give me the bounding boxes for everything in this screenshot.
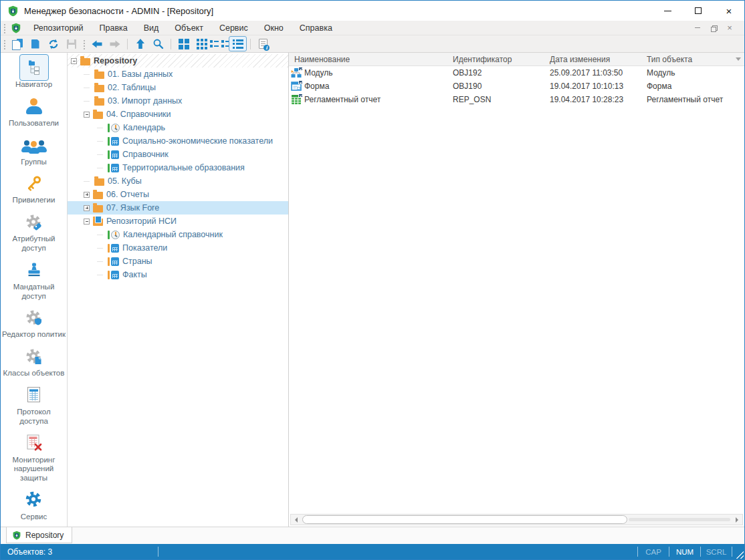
minimize-icon bbox=[664, 11, 671, 11]
mdi-restore-icon bbox=[711, 25, 716, 31]
tree-item-label: Социально-экономические показатели bbox=[122, 136, 273, 146]
column-header-modified-date[interactable]: Дата изменения bbox=[544, 55, 641, 64]
scroll-right-button[interactable] bbox=[732, 515, 742, 525]
folder-icon bbox=[93, 112, 103, 119]
tree-item[interactable]: 04. Справочники bbox=[68, 108, 288, 121]
sidebar-item-groups[interactable]: Группы bbox=[2, 134, 66, 167]
tree-item-label: Repository bbox=[94, 56, 137, 65]
up-level-button[interactable] bbox=[131, 36, 149, 51]
folder-icon bbox=[94, 178, 104, 186]
properties-button[interactable]: i bbox=[254, 36, 272, 51]
forward-button[interactable] bbox=[106, 36, 124, 51]
large-icons-view-button[interactable] bbox=[175, 36, 193, 51]
tree-item[interactable]: Справочник bbox=[68, 148, 288, 161]
mdi-app-shield-icon[interactable] bbox=[11, 23, 21, 33]
list-view-button[interactable] bbox=[211, 36, 229, 51]
save-icon bbox=[67, 39, 76, 49]
horizontal-scrollbar[interactable] bbox=[290, 514, 743, 525]
collapse-icon[interactable] bbox=[84, 112, 90, 118]
column-header-identifier[interactable]: Идентификатор bbox=[447, 55, 544, 64]
close-repository-button[interactable] bbox=[26, 36, 44, 51]
collapse-icon[interactable] bbox=[71, 58, 77, 64]
sidebar-item-attribute-access[interactable]: Атрибутный доступ bbox=[2, 211, 66, 253]
tree-item[interactable]: 02. Таблицы bbox=[68, 81, 288, 94]
scrollbar-track[interactable] bbox=[629, 518, 730, 521]
menu-object[interactable]: Объект bbox=[167, 21, 211, 35]
sidebar-item-object-classes[interactable]: Классы объектов bbox=[2, 345, 66, 378]
sidebar-item-access-log[interactable]: Протокол доступа bbox=[2, 384, 66, 426]
details-view-icon bbox=[233, 39, 243, 49]
tree-item[interactable]: 05. Кубы bbox=[68, 174, 288, 188]
menu-service[interactable]: Сервис bbox=[211, 21, 256, 35]
tree-item[interactable]: Территориальные образования bbox=[68, 161, 288, 174]
open-repository-button[interactable] bbox=[8, 36, 26, 51]
expand-icon[interactable] bbox=[84, 192, 90, 198]
close-icon: × bbox=[726, 6, 732, 16]
menu-repository[interactable]: Репозиторий bbox=[25, 21, 92, 35]
tree-item[interactable]: Календарь bbox=[68, 121, 288, 134]
resize-grip[interactable] bbox=[734, 549, 744, 559]
search-button[interactable] bbox=[149, 36, 167, 51]
mdi-close-button[interactable]: × bbox=[722, 22, 738, 34]
sidebar-item-service[interactable]: Сервис bbox=[2, 489, 66, 522]
sidebar-item-privileges[interactable]: Привилегии bbox=[2, 172, 66, 205]
tree-item[interactable]: 03. Импорт данных bbox=[68, 94, 288, 108]
scrollbar-thumb[interactable] bbox=[302, 515, 627, 524]
details-view-button[interactable] bbox=[229, 36, 247, 51]
navigator-icon bbox=[19, 54, 49, 81]
back-button[interactable] bbox=[88, 36, 106, 51]
tree-item[interactable]: 06. Отчеты bbox=[68, 188, 288, 201]
tree-item[interactable]: Показатели bbox=[68, 241, 288, 255]
table-row[interactable]: Форма OBJ190 19.04.2017 10:10:13 Форма bbox=[289, 80, 744, 93]
object-type: Регламентный отчет bbox=[641, 95, 744, 104]
form-icon bbox=[291, 81, 302, 92]
menu-window[interactable]: Окно bbox=[256, 21, 292, 35]
mdi-restore-button[interactable] bbox=[706, 22, 722, 34]
objects-count: Объектов: 3 bbox=[7, 547, 158, 557]
maximize-button[interactable] bbox=[683, 1, 714, 21]
tree-item[interactable]: Страны bbox=[68, 255, 288, 268]
tree-item-selected[interactable]: 07. Язык Fore bbox=[68, 201, 288, 215]
close-button[interactable]: × bbox=[714, 1, 744, 21]
table-row[interactable]: Модуль OBJ192 25.09.2017 11:03:50 Модуль bbox=[289, 66, 744, 80]
scroll-left-button[interactable] bbox=[291, 515, 302, 525]
table-row[interactable]: Регламентный отчет REP_OSN 19.04.2017 10… bbox=[289, 93, 744, 106]
tree-item[interactable]: Факты bbox=[68, 268, 288, 281]
status-bar: Объектов: 3 CAP NUM SCRL bbox=[1, 544, 744, 559]
refresh-button[interactable] bbox=[44, 36, 62, 51]
app-shield-icon bbox=[7, 5, 19, 17]
column-chooser-button[interactable] bbox=[732, 57, 744, 61]
sidebar-item-violations-monitoring[interactable]: Мониторинг нарушений защиты bbox=[2, 432, 66, 483]
mdi-minimize-button[interactable] bbox=[689, 22, 706, 34]
sidebar-item-label: Мандатный доступ bbox=[2, 283, 66, 301]
menu-help[interactable]: Справка bbox=[292, 21, 340, 35]
menubar-grip[interactable] bbox=[3, 23, 5, 33]
sidebar-item-mandatory-access[interactable]: Мандатный доступ bbox=[2, 259, 66, 301]
toolbar: i bbox=[1, 35, 744, 53]
tree-guide bbox=[97, 235, 108, 235]
column-header-object-type[interactable]: Тип объекта bbox=[641, 55, 732, 64]
sidebar-item-navigator[interactable]: Навигатор bbox=[2, 57, 66, 90]
column-header-name[interactable]: Наименование bbox=[289, 55, 447, 64]
service-gear-icon bbox=[25, 491, 43, 509]
tree-item[interactable]: Социально-экономические показатели bbox=[68, 134, 288, 148]
expand-icon[interactable] bbox=[84, 205, 90, 211]
save-button[interactable] bbox=[62, 36, 80, 51]
sidebar-item-users[interactable]: Пользователи bbox=[2, 96, 66, 128]
nsi-repository-icon bbox=[93, 219, 103, 226]
menu-edit[interactable]: Правка bbox=[92, 21, 136, 35]
menu-view[interactable]: Вид bbox=[136, 21, 167, 35]
users-group-icon bbox=[21, 136, 47, 154]
repository-tree: Repository 01. Базы данных 02. Таблицы 0… bbox=[68, 53, 288, 527]
tree-item[interactable]: Репозиторий НСИ bbox=[68, 215, 288, 228]
sidebar-item-policy-editor[interactable]: Редактор политик bbox=[2, 307, 66, 339]
minimize-button[interactable] bbox=[652, 1, 683, 21]
collapse-icon[interactable] bbox=[84, 219, 90, 225]
toolbar-grip-1[interactable] bbox=[3, 39, 5, 49]
tree-item-repository-root[interactable]: Repository bbox=[68, 54, 288, 67]
tab-repository[interactable]: Repository bbox=[6, 527, 72, 543]
tree-item[interactable]: 01. Базы данных bbox=[68, 67, 288, 81]
toolbar-grip-2[interactable] bbox=[82, 39, 85, 49]
small-icons-view-button[interactable] bbox=[193, 36, 211, 51]
tree-item[interactable]: Календарный справочник bbox=[68, 228, 288, 241]
